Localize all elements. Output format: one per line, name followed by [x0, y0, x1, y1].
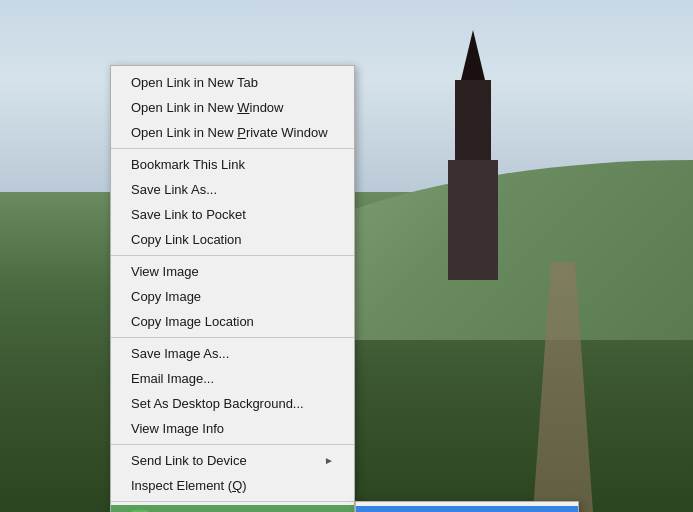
menu-item-save-to-koofr[interactable]: K Save to Koofr ► Save this to Koofr Sav… — [111, 505, 354, 512]
menu-item-bookmark-link[interactable]: Bookmark This Link — [111, 152, 354, 177]
menu-item-copy-link-location[interactable]: Copy Link Location — [111, 227, 354, 252]
separator-2 — [111, 255, 354, 256]
menu-item-send-link-device[interactable]: Send Link to Device ► — [111, 448, 354, 473]
church-spire — [461, 30, 485, 80]
menu-item-save-link-pocket[interactable]: Save Link to Pocket — [111, 202, 354, 227]
church-tower — [455, 80, 491, 160]
menu-item-inspect-element[interactable]: Inspect Element (Q) — [111, 473, 354, 498]
menu-item-view-image-info[interactable]: View Image Info — [111, 416, 354, 441]
menu-item-open-new-window[interactable]: Open Link in New Window — [111, 95, 354, 120]
koofr-submenu: Save this to Koofr Save screenshot to Ko… — [355, 501, 579, 512]
separator-1 — [111, 148, 354, 149]
menu-item-copy-image-location[interactable]: Copy Image Location — [111, 309, 354, 334]
menu-item-set-desktop-bg[interactable]: Set As Desktop Background... — [111, 391, 354, 416]
separator-5 — [111, 501, 354, 502]
menu-item-copy-image[interactable]: Copy Image — [111, 284, 354, 309]
menu-item-email-image[interactable]: Email Image... — [111, 366, 354, 391]
menu-item-open-private-window[interactable]: Open Link in New Private Window — [111, 120, 354, 145]
menu-item-view-image[interactable]: View Image — [111, 259, 354, 284]
menu-item-open-new-tab[interactable]: Open Link in New Tab — [111, 70, 354, 95]
separator-3 — [111, 337, 354, 338]
menu-item-save-image-as[interactable]: Save Image As... — [111, 341, 354, 366]
separator-4 — [111, 444, 354, 445]
submenu-item-save-this[interactable]: Save this to Koofr — [356, 506, 578, 512]
context-menu: Open Link in New Tab Open Link in New Wi… — [110, 65, 355, 512]
submenu-arrow-send-link: ► — [324, 455, 334, 466]
church — [433, 80, 513, 280]
menu-item-save-link-as[interactable]: Save Link As... — [111, 177, 354, 202]
church-body — [448, 160, 498, 280]
